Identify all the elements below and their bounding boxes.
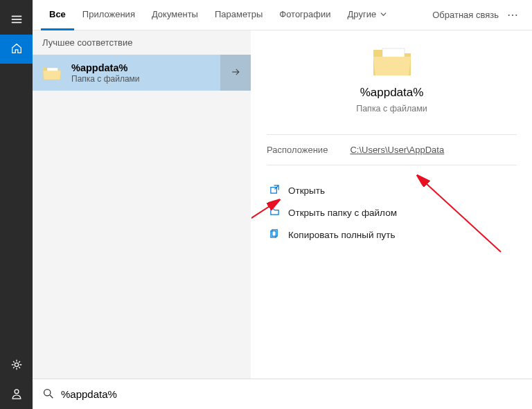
chevron-down-icon bbox=[380, 9, 387, 19]
expand-arrow-button[interactable] bbox=[220, 55, 251, 91]
result-subtitle: Папка с файлами bbox=[71, 74, 220, 84]
result-labels: %appdata% Папка с файлами bbox=[71, 62, 220, 84]
search-input[interactable] bbox=[61, 388, 522, 400]
more-icon: ⋯ bbox=[507, 9, 520, 21]
preview-header: %appdata% Папка с файлами bbox=[251, 44, 532, 125]
tab-label: Документы bbox=[152, 9, 198, 19]
svg-point-3 bbox=[15, 363, 18, 366]
svg-line-15 bbox=[50, 395, 53, 398]
svg-point-4 bbox=[15, 389, 19, 393]
action-open[interactable]: Открыть bbox=[267, 179, 517, 201]
hamburger-icon bbox=[10, 13, 23, 28]
actions-list: Открыть Открыть папку с файлом Копироват… bbox=[251, 175, 532, 250]
tab-all[interactable]: Все bbox=[41, 0, 74, 30]
preview-title: %appdata% bbox=[360, 86, 424, 100]
filter-tabs: Все Приложения Документы Параметры Фотог… bbox=[33, 0, 532, 30]
divider bbox=[267, 134, 517, 135]
preview-pane: %appdata% Папка с файлами Расположение C… bbox=[251, 30, 532, 379]
folder-large-icon bbox=[371, 44, 413, 78]
open-icon bbox=[269, 184, 280, 197]
preview-subtitle: Папка с файлами bbox=[356, 104, 427, 113]
copy-icon bbox=[269, 228, 280, 241]
action-open-folder[interactable]: Открыть папку с файлом bbox=[267, 201, 517, 224]
folder-open-icon bbox=[269, 206, 280, 219]
tab-label: Все bbox=[49, 9, 66, 19]
search-bar bbox=[33, 379, 532, 409]
tab-label: Параметры bbox=[215, 9, 263, 19]
location-value[interactable]: C:\Users\User\AppData bbox=[350, 145, 444, 155]
action-label: Копировать полный путь bbox=[288, 230, 396, 240]
tab-label: Приложения bbox=[82, 9, 135, 19]
tab-other[interactable]: Другие bbox=[339, 0, 396, 30]
content-split: Лучшее соответствие %appdata% Папка с фа… bbox=[33, 30, 532, 379]
results-pane: Лучшее соответствие %appdata% Папка с фа… bbox=[33, 30, 251, 379]
left-rail bbox=[0, 0, 33, 409]
location-label: Расположение bbox=[267, 145, 328, 155]
gear-icon bbox=[10, 358, 23, 373]
svg-point-14 bbox=[44, 389, 51, 395]
tab-photos[interactable]: Фотографии bbox=[271, 0, 339, 30]
tab-params[interactable]: Параметры bbox=[206, 0, 271, 30]
action-copy-path[interactable]: Копировать полный путь bbox=[267, 224, 517, 246]
action-label: Открыть bbox=[288, 185, 325, 196]
profile-button[interactable] bbox=[0, 380, 33, 409]
arrow-right-icon bbox=[230, 66, 241, 80]
more-button[interactable]: ⋯ bbox=[503, 8, 524, 21]
tab-label: Другие bbox=[348, 9, 377, 19]
home-icon bbox=[10, 42, 23, 57]
tab-label: Фотографии bbox=[279, 9, 330, 19]
hamburger-button[interactable] bbox=[0, 6, 33, 35]
settings-button[interactable] bbox=[0, 351, 33, 380]
folder-icon bbox=[33, 64, 71, 81]
home-button[interactable] bbox=[0, 35, 33, 64]
feedback-label: Обратная связь bbox=[432, 10, 499, 20]
tab-apps[interactable]: Приложения bbox=[74, 0, 143, 30]
search-icon bbox=[42, 388, 54, 401]
result-title: %appdata% bbox=[71, 62, 220, 73]
person-icon bbox=[10, 388, 23, 402]
action-label: Открыть папку с файлом bbox=[288, 208, 397, 218]
tab-docs[interactable]: Документы bbox=[143, 0, 206, 30]
feedback-link[interactable]: Обратная связь bbox=[432, 10, 503, 20]
section-header-best-match: Лучшее соответствие bbox=[33, 30, 251, 55]
detail-location: Расположение C:\Users\User\AppData bbox=[251, 145, 532, 155]
main-area: Все Приложения Документы Параметры Фотог… bbox=[33, 0, 532, 409]
divider bbox=[267, 165, 517, 165]
result-row[interactable]: %appdata% Папка с файлами bbox=[33, 55, 251, 91]
